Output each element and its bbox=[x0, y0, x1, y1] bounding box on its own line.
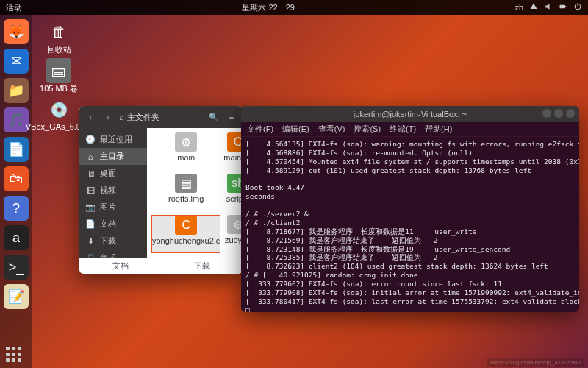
dock: 🦊✉📁🎵📄🛍?a>_📝 bbox=[0, 15, 32, 368]
folder-icon: 🕘 bbox=[85, 135, 96, 144]
file-icon: C bbox=[175, 216, 197, 235]
folder-icon: 🎞 bbox=[85, 186, 96, 195]
file-manager-sidebar: 🕘最近使用⌂主目录🖥桌面🎞视频📷图片📄文档⬇下载🎵音乐🗑回收站💿VBox_GA…… bbox=[79, 128, 147, 258]
volume-label: 105 MB 卷 bbox=[40, 83, 78, 94]
menu-帮助(H)[interactable]: 帮助(H) bbox=[425, 124, 452, 135]
folder-icon: 📷 bbox=[85, 202, 96, 212]
activities-button[interactable]: 活动 bbox=[6, 2, 22, 13]
file-label: yonghuchengxu2.c bbox=[152, 236, 220, 245]
terminal-title: jokertim@jokertim-VirtualBox: ~ bbox=[354, 110, 467, 118]
sidebar-item-音乐[interactable]: 🎵音乐 bbox=[79, 250, 147, 258]
sidebar-item-下载[interactable]: ⬇下载 bbox=[79, 233, 147, 250]
vbox-ga-icon: 💿 bbox=[46, 97, 71, 122]
desktop-trash[interactable]: 🗑回收站 bbox=[46, 19, 71, 55]
file-main.cp[interactable]: Cmain.cp bbox=[223, 132, 243, 171]
sidebar-item-视频[interactable]: 🎞视频 bbox=[79, 182, 147, 199]
file-icon: C bbox=[227, 132, 243, 152]
search-button[interactable]: 🔍 bbox=[207, 110, 220, 124]
file-icon: ⚙ bbox=[227, 215, 243, 234]
top-panel: 活动 星期六 22：29 zh bbox=[0, 0, 588, 15]
dock-help[interactable]: ? bbox=[4, 196, 29, 221]
menu-终端(T)[interactable]: 终端(T) bbox=[390, 124, 416, 135]
sidebar-item-label: 音乐 bbox=[100, 252, 116, 258]
file-icon: ⚙ bbox=[175, 132, 197, 152]
folder-icon: ⬇ bbox=[85, 236, 96, 246]
folder-icon: 🖥 bbox=[85, 169, 96, 178]
home-icon: ⌂ bbox=[119, 113, 124, 121]
terminal-output[interactable]: [ 4.564135] EXT4-fs (sda): warning: moun… bbox=[241, 137, 579, 312]
sidebar-item-图片[interactable]: 📷图片 bbox=[79, 199, 147, 216]
network-icon[interactable] bbox=[529, 2, 538, 13]
menu-编辑(E)[interactable]: 编辑(E) bbox=[282, 124, 309, 135]
menu-搜索(S)[interactable]: 搜索(S) bbox=[354, 124, 381, 135]
sidebar-item-label: 图片 bbox=[100, 202, 116, 213]
dock-writer[interactable]: 📄 bbox=[4, 137, 29, 162]
hamburger-menu[interactable]: ≡ bbox=[225, 110, 238, 124]
forward-button[interactable]: › bbox=[101, 110, 115, 124]
sidebar-item-label: 文档 bbox=[100, 219, 116, 230]
desktop-volume[interactable]: 🖴105 MB 卷 bbox=[40, 58, 78, 94]
terminal-window[interactable]: jokertim@jokertim-VirtualBox: ~ 文件(F)编辑(… bbox=[241, 106, 579, 312]
close-button[interactable] bbox=[566, 109, 575, 118]
file-label: main bbox=[177, 153, 195, 162]
file-label: main.cp bbox=[223, 153, 243, 162]
watermark: https://blog.csdn.net/qq_41335908 bbox=[487, 358, 584, 367]
input-method-indicator[interactable]: zh bbox=[514, 3, 523, 12]
svg-rect-1 bbox=[565, 6, 567, 7]
file-label: rootfs.img bbox=[168, 194, 204, 203]
sidebar-item-label: 最近使用 bbox=[100, 134, 132, 145]
sidebar-item-label: 主目录 bbox=[100, 151, 124, 162]
desktop-icons: 🗑回收站🖴105 MB 卷💿VBox_GAs_6.0.12 bbox=[37, 19, 81, 131]
battery-icon[interactable] bbox=[559, 2, 567, 13]
dock-amazon[interactable]: a bbox=[4, 225, 29, 250]
svg-rect-0 bbox=[560, 5, 566, 9]
volume-icon: 🖴 bbox=[46, 58, 71, 83]
terminal-titlebar[interactable]: jokertim@jokertim-VirtualBox: ~ bbox=[241, 106, 579, 122]
sidebar-item-label: 视频 bbox=[100, 185, 116, 196]
folder-icon: 📄 bbox=[85, 219, 96, 229]
file-scripts[interactable]: shscripts bbox=[223, 174, 243, 212]
status-right: 下载 bbox=[194, 261, 210, 272]
power-icon[interactable] bbox=[573, 2, 582, 13]
menu-文件(F)[interactable]: 文件(F) bbox=[247, 124, 273, 135]
file-icon: sh bbox=[227, 174, 243, 193]
dock-terminal[interactable]: >_ bbox=[4, 255, 29, 280]
path-label: 主文件夹 bbox=[127, 112, 159, 123]
folder-icon: ⌂ bbox=[85, 152, 96, 161]
clock[interactable]: 星期六 22：29 bbox=[22, 2, 514, 13]
file-yonghuchengxu2.c[interactable]: Cyonghuchengxu2.c bbox=[151, 215, 220, 253]
sidebar-item-label: 下载 bbox=[100, 236, 116, 247]
file-icon: ▤ bbox=[175, 174, 197, 193]
file-main[interactable]: ⚙main bbox=[151, 132, 220, 171]
svg-rect-3 bbox=[577, 4, 578, 7]
file-zuoye1[interactable]: ⚙zuoye1 bbox=[223, 215, 243, 253]
volume-icon[interactable] bbox=[544, 2, 553, 13]
dock-thunderbird[interactable]: ✉ bbox=[4, 49, 29, 74]
trash-icon: 🗑 bbox=[46, 19, 71, 44]
file-rootfs.img[interactable]: ▤rootfs.img bbox=[151, 174, 220, 212]
file-label: scripts bbox=[226, 194, 243, 203]
sidebar-item-最近使用[interactable]: 🕘最近使用 bbox=[79, 131, 147, 148]
file-manager-window[interactable]: ‹ › ⌂ 主文件夹 🔍 ≡ 🕘最近使用⌂主目录🖥桌面🎞视频📷图片📄文档⬇下载🎵… bbox=[79, 106, 243, 274]
show-applications-button[interactable] bbox=[6, 347, 21, 362]
dock-software[interactable]: 🛍 bbox=[4, 166, 29, 191]
file-grid[interactable]: ⚙mainCmain.cp▤rootfs.imgshscriptsCyonghu… bbox=[147, 128, 243, 258]
maximize-button[interactable] bbox=[554, 109, 563, 118]
path-bar[interactable]: ⌂ 主文件夹 bbox=[119, 112, 203, 123]
trash-label: 回收站 bbox=[47, 44, 71, 55]
back-button[interactable]: ‹ bbox=[84, 110, 97, 124]
dock-firefox[interactable]: 🦊 bbox=[4, 19, 29, 44]
status-left: 文档 bbox=[112, 261, 129, 272]
minimize-button[interactable] bbox=[542, 109, 551, 118]
sidebar-item-桌面[interactable]: 🖥桌面 bbox=[79, 165, 147, 182]
terminal-menubar[interactable]: 文件(F)编辑(E)查看(V)搜索(S)终端(T)帮助(H) bbox=[241, 122, 579, 137]
sidebar-item-文档[interactable]: 📄文档 bbox=[79, 216, 147, 233]
file-label: zuoye1 bbox=[225, 236, 243, 244]
file-manager-headerbar: ‹ › ⌂ 主文件夹 🔍 ≡ bbox=[79, 106, 243, 128]
file-manager-statusbar: 文档 下载 bbox=[79, 258, 243, 274]
sidebar-item-主目录[interactable]: ⌂主目录 bbox=[79, 148, 147, 165]
menu-查看(V)[interactable]: 查看(V) bbox=[318, 124, 345, 135]
system-tray[interactable]: zh bbox=[514, 2, 582, 13]
dock-text-editor[interactable]: 📝 bbox=[4, 284, 29, 309]
sidebar-item-label: 桌面 bbox=[100, 168, 116, 179]
